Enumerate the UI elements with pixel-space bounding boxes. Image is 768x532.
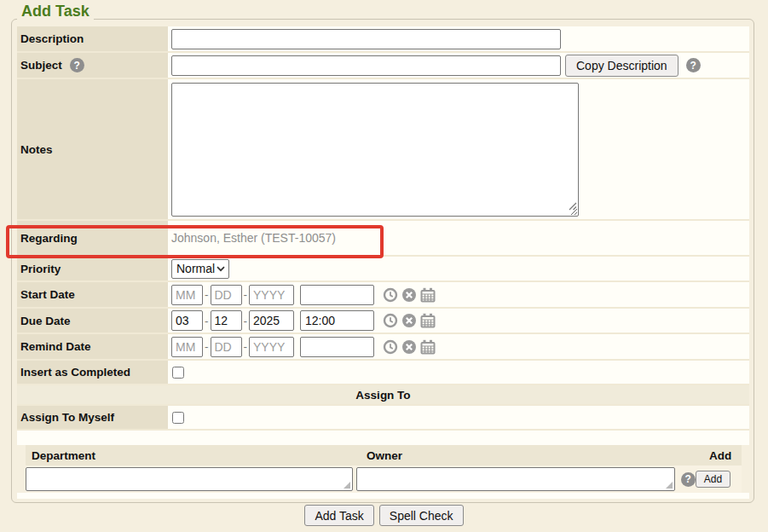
date-separator: - [244,315,248,327]
assign-table: Department Owner Add ? Add [26,445,742,493]
regarding-row: Regarding Johnson, Esther (TEST-10057) [17,221,749,257]
remind-date-label: Remind Date [17,334,168,359]
priority-selected-option: Normal [176,262,215,275]
assign-to-myself-checkbox[interactable] [172,412,184,424]
regarding-label: Regarding [17,221,168,255]
due-date-month-input[interactable] [171,310,203,331]
owner-column-header: Owner [361,449,695,462]
due-date-time-input[interactable] [300,310,374,331]
priority-row: Priority Normal [17,257,749,282]
priority-select[interactable]: Normal [171,259,229,279]
clock-icon[interactable] [383,287,398,303]
subject-input[interactable] [171,55,561,76]
department-input[interactable] [26,467,353,491]
assign-table-header: Department Owner Add [26,445,742,466]
calendar-icon[interactable] [420,339,436,355]
insert-as-completed-checkbox[interactable] [172,367,184,379]
add-task-button[interactable]: Add Task [304,505,373,526]
owner-input[interactable] [356,467,675,491]
remind-date-row: Remind Date - - [17,334,749,361]
spell-check-button[interactable]: Spell Check [379,505,464,526]
remind-date-month-input[interactable] [171,337,203,357]
department-column-header: Department [26,449,361,462]
date-separator: - [205,288,209,301]
panel-bottom-padding [17,493,749,499]
assign-table-row: ? Add [26,466,742,493]
assign-to-section-header: Assign To [17,385,749,406]
remind-date-day-input[interactable] [211,337,242,357]
remind-date-time-input[interactable] [300,337,374,357]
date-separator: - [205,315,209,327]
footer-actions: Add Task Spell Check [0,505,768,526]
date-separator: - [244,288,248,301]
regarding-value: Johnson, Esther (TEST-10057) [171,231,336,245]
subject-label: Subject [20,59,62,72]
notes-label: Notes [17,79,168,219]
start-date-time-input[interactable] [300,285,374,305]
remind-date-year-input[interactable] [249,337,294,357]
clock-icon[interactable] [383,313,398,328]
start-date-month-input[interactable] [171,285,203,305]
calendar-icon[interactable] [420,313,436,328]
assign-to-header-text: Assign To [355,389,410,402]
start-date-label: Start Date [17,282,168,307]
subject-row: Subject ? Copy Description ? [17,53,749,79]
add-task-panel: Description Subject ? Copy Description ?… [11,19,754,503]
notes-row: Notes [17,79,749,221]
page-title: Add Task [17,3,94,20]
description-input[interactable] [171,29,561,49]
copy-description-button[interactable]: Copy Description [565,55,678,77]
spacer [17,431,749,445]
assign-to-myself-row: Assign To Myself [17,406,749,431]
help-icon[interactable]: ? [681,472,696,487]
insert-as-completed-row: Insert as Completed [17,361,749,385]
due-date-row: Due Date - - [17,309,749,334]
add-assignment-button[interactable]: Add [696,471,730,488]
clear-icon[interactable] [401,287,417,303]
insert-as-completed-label: Insert as Completed [17,361,168,384]
notes-textarea[interactable] [171,83,579,217]
assign-to-myself-label: Assign To Myself [17,406,168,429]
due-date-day-input[interactable] [211,310,242,331]
description-row: Description [17,26,749,53]
clock-icon[interactable] [383,339,398,355]
help-icon[interactable]: ? [70,58,84,72]
priority-label: Priority [17,257,168,280]
add-column-header: Add [695,449,742,462]
clear-icon[interactable] [401,313,417,328]
due-date-year-input[interactable] [249,310,294,331]
calendar-icon[interactable] [420,287,436,303]
chevron-down-icon [217,266,225,272]
help-icon[interactable]: ? [686,58,701,72]
start-date-year-input[interactable] [249,285,294,305]
clear-icon[interactable] [401,339,417,355]
start-date-row: Start Date - - [17,282,749,309]
date-separator: - [205,340,209,353]
start-date-day-input[interactable] [211,285,242,305]
description-label: Description [17,26,168,51]
date-separator: - [244,340,248,353]
due-date-label: Due Date [17,309,168,332]
